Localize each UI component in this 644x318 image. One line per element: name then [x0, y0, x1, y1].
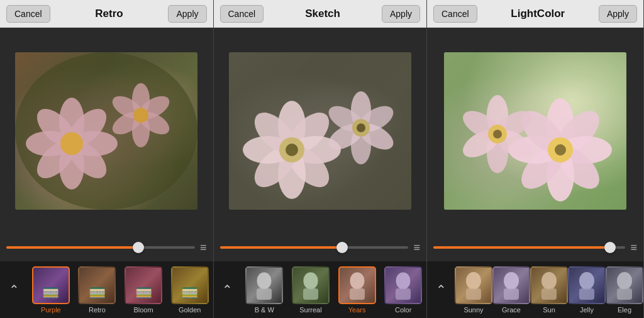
- retro-apply-button[interactable]: Apply: [168, 5, 206, 23]
- lightcolor-header: Cancel LightColor Apply: [427, 0, 643, 28]
- svg-point-4: [62, 133, 113, 185]
- sketch-cancel-button[interactable]: Cancel: [220, 5, 264, 23]
- svg-point-7: [26, 131, 74, 156]
- sketch-filter-strip: ⌃ B & W Surreal Years: [214, 261, 427, 318]
- lightcolor-apply-button[interactable]: Apply: [599, 5, 637, 23]
- sketch-slider-adjust-icon[interactable]: ≡: [413, 241, 420, 254]
- lightcolor-filter-strip: ⌃ Sunny Grace Sun: [427, 261, 643, 318]
- svg-point-42: [350, 272, 365, 290]
- svg-rect-73: [579, 288, 594, 300]
- svg-point-14: [109, 107, 146, 139]
- svg-rect-37: [229, 52, 411, 210]
- svg-point-38: [257, 272, 272, 290]
- svg-point-44: [396, 272, 411, 290]
- filter-item-elegy[interactable]: Eleg: [606, 266, 643, 314]
- svg-rect-46: [444, 52, 626, 210]
- svg-rect-67: [466, 288, 481, 300]
- svg-point-56: [548, 137, 573, 162]
- sketch-photo: [229, 52, 411, 210]
- lightcolor-cancel-button[interactable]: Cancel: [433, 5, 477, 23]
- svg-point-66: [466, 272, 481, 290]
- sketch-up-button[interactable]: ⌃: [214, 261, 242, 318]
- filter-item-grace[interactable]: Grace: [492, 266, 530, 314]
- svg-rect-69: [504, 288, 519, 300]
- svg-point-59: [491, 105, 536, 144]
- retro-panel: Cancel Retro Apply: [0, 0, 214, 318]
- svg-point-40: [303, 272, 318, 290]
- retro-up-button[interactable]: ⌃: [0, 261, 28, 318]
- lightcolor-filter-items: Sunny Grace Sun Jelly: [455, 266, 643, 314]
- retro-cancel-button[interactable]: Cancel: [6, 5, 50, 23]
- svg-point-65: [493, 130, 502, 139]
- sketch-slider-area: ≡: [214, 234, 427, 261]
- svg-point-63: [458, 105, 504, 144]
- svg-point-2: [62, 102, 113, 154]
- retro-filter-items: 🚃 Purple 🚃 Retro 🚃 Bloom 🚃 Go: [28, 266, 213, 314]
- retro-photo: [15, 52, 197, 210]
- filter-item-golden[interactable]: 🚃 Golden: [167, 266, 213, 314]
- svg-point-60: [491, 124, 536, 162]
- svg-point-13: [132, 115, 150, 147]
- filter-item-years[interactable]: Years: [334, 266, 380, 314]
- sketch-slider-track[interactable]: [220, 246, 409, 249]
- svg-point-0: [15, 52, 197, 210]
- svg-point-55: [514, 103, 571, 161]
- svg-point-11: [136, 91, 173, 123]
- filter-item-retro[interactable]: 🚃 Retro: [74, 266, 121, 314]
- svg-point-6: [30, 133, 82, 185]
- svg-rect-71: [541, 288, 557, 300]
- svg-rect-47: [444, 52, 626, 210]
- lightcolor-image-area: [427, 28, 643, 234]
- sketch-header: Cancel Sketch Apply: [214, 0, 427, 28]
- sketch-image-area: [214, 28, 427, 234]
- filter-item-color[interactable]: Color: [380, 266, 426, 314]
- svg-rect-75: [617, 288, 632, 300]
- lightcolor-photo: [444, 52, 626, 210]
- lightcolor-up-button[interactable]: ⌃: [427, 261, 455, 318]
- sketch-title: Sketch: [305, 8, 340, 20]
- svg-point-62: [458, 124, 504, 162]
- svg-point-54: [509, 136, 562, 164]
- svg-rect-41: [303, 288, 318, 300]
- svg-point-51: [550, 139, 607, 196]
- filter-item-bloom[interactable]: 🚃 Bloom: [120, 266, 167, 314]
- svg-point-15: [109, 91, 146, 123]
- lightcolor-slider-adjust-icon[interactable]: ≡: [630, 241, 637, 254]
- retro-title: Retro: [95, 8, 123, 20]
- lightcolor-slider-track[interactable]: [433, 246, 625, 249]
- retro-slider-area: ≡: [0, 234, 213, 261]
- filter-item-purple[interactable]: 🚃 Purple: [28, 266, 74, 314]
- svg-point-3: [70, 131, 118, 156]
- svg-point-61: [487, 133, 508, 173]
- svg-point-72: [579, 272, 594, 290]
- svg-rect-17: [15, 52, 197, 210]
- svg-point-58: [487, 95, 508, 135]
- svg-point-68: [504, 272, 519, 290]
- svg-point-53: [514, 139, 571, 196]
- svg-point-5: [59, 142, 84, 190]
- filter-item-jelly[interactable]: Jelly: [568, 266, 606, 314]
- retro-slider-track[interactable]: [6, 246, 195, 249]
- svg-point-1: [59, 98, 84, 145]
- svg-rect-39: [257, 288, 272, 300]
- svg-point-16: [133, 108, 148, 123]
- svg-point-64: [488, 125, 507, 144]
- svg-point-74: [617, 272, 632, 290]
- retro-slider-adjust-icon[interactable]: ≡: [200, 241, 207, 254]
- retro-image-area: [0, 28, 213, 234]
- lightcolor-slider-area: ≡: [427, 234, 643, 261]
- retro-filter-strip: ⌃ 🚃 Purple 🚃 Retro 🚃 Bloom: [0, 261, 213, 318]
- retro-header: Cancel Retro Apply: [0, 0, 213, 28]
- filter-item-surreal[interactable]: Surreal: [287, 266, 334, 314]
- filter-item-sun[interactable]: Sun: [530, 266, 568, 314]
- filter-item-bw[interactable]: B & W: [242, 266, 288, 314]
- sketch-filter-items: B & W Surreal Years Color: [242, 266, 427, 314]
- svg-point-9: [60, 132, 83, 155]
- svg-point-49: [550, 103, 607, 161]
- svg-point-48: [547, 98, 574, 151]
- svg-rect-43: [350, 288, 365, 300]
- svg-point-50: [559, 136, 612, 164]
- sketch-apply-button[interactable]: Apply: [382, 5, 420, 23]
- filter-item-sunny[interactable]: Sunny: [455, 266, 492, 314]
- svg-point-8: [30, 102, 82, 154]
